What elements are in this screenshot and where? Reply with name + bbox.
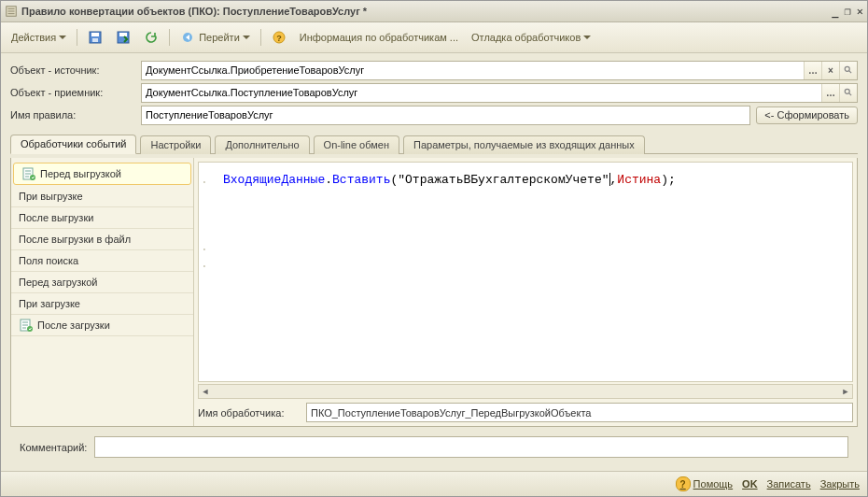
code-token-str: "ОтражатьВБухгалтерскомУчете" [398, 173, 609, 187]
code-token-obj: ВходящиеДанные [223, 173, 325, 187]
tab-handlers[interactable]: Обработчики событий [10, 135, 136, 154]
code-gutter: ... [201, 172, 208, 273]
tab-online[interactable]: On-line обмен [314, 135, 399, 154]
tab-advanced[interactable]: Дополнительно [215, 135, 309, 154]
event-item-label: Перед выгрузкой [40, 168, 121, 179]
svg-line-12 [849, 93, 852, 96]
source-row: Объект - источник: … × [10, 61, 858, 79]
text-caret [609, 173, 610, 186]
footer: ? Помощь OK Записать Закрыть [1, 471, 867, 496]
comment-label: Комментарий: [20, 442, 87, 453]
source-label: Объект - источник: [10, 64, 141, 76]
titlebar: Правило конвертации объектов (ПКО): Пост… [1, 1, 867, 22]
rulename-label: Имя правила: [10, 109, 141, 121]
source-clear-btn[interactable]: × [821, 62, 839, 79]
tab-settings[interactable]: Настройки [140, 135, 211, 154]
dest-row: Объект - приемник: … [10, 83, 858, 102]
event-item-label: После выгрузки в файл [19, 234, 131, 245]
maximize-button[interactable]: ❐ [845, 5, 851, 18]
code-token-close: ); [661, 173, 676, 187]
event-item-label: При выгрузке [19, 191, 83, 202]
save-close-icon-btn[interactable] [111, 27, 135, 48]
editor-panel: ... ВходящиеДанные.Вставить("ОтражатьВБу… [194, 158, 857, 426]
code-token-method: Вставить [332, 173, 390, 187]
help-icon: ? [676, 476, 691, 491]
code-token-dot: . [325, 173, 332, 187]
app-icon [5, 5, 18, 18]
tab-incoming-params[interactable]: Параметры, получаемые из входящих данных [403, 135, 645, 154]
svg-text:?: ? [276, 34, 282, 43]
dest-input-wrap: … [141, 83, 858, 103]
source-input[interactable] [142, 62, 804, 79]
tabs: Обработчики событий Настройки Дополнител… [10, 134, 858, 154]
event-item-label: После выгрузки [19, 212, 93, 223]
close-button[interactable]: Закрыть [820, 478, 860, 490]
scroll-right-icon[interactable]: ► [839, 386, 852, 397]
event-on-load[interactable]: При загрузке [11, 293, 193, 315]
event-item-label: Поля поиска [19, 255, 78, 266]
comment-input[interactable] [94, 436, 848, 458]
source-input-wrap: … × [141, 61, 858, 80]
svg-point-14 [30, 175, 35, 180]
window-title: Правило конвертации объектов (ПКО): Пост… [21, 6, 832, 17]
svg-point-16 [27, 326, 33, 332]
refresh-icon-btn[interactable] [139, 27, 163, 48]
source-ellipsis-btn[interactable]: … [804, 62, 821, 79]
form-area: Объект - источник: … × Объект - приемник… [1, 53, 867, 471]
handler-row: Имя обработчика: ПКО_ПоступлениеТоваровУ… [194, 403, 857, 426]
dest-ellipsis-btn[interactable]: … [821, 84, 839, 102]
code-token-kw: Истина [617, 173, 661, 187]
event-item-label: После загрузки [37, 320, 110, 331]
main-toolbar: Действия Перейти ? Информация по обработ… [1, 22, 867, 53]
dest-input[interactable] [142, 84, 821, 102]
horizontal-scrollbar[interactable]: ◄ ► [198, 384, 853, 399]
help-toolbar-btn[interactable]: ? [267, 27, 291, 48]
handler-label: Имя обработчика: [198, 407, 301, 419]
code-editor[interactable]: ... ВходящиеДанные.Вставить("ОтражатьВБу… [198, 162, 853, 382]
event-after-upload[interactable]: После выгрузки [11, 207, 193, 229]
svg-rect-3 [92, 38, 98, 42]
event-before-upload[interactable]: Перед выгрузкой [13, 163, 191, 185]
dest-open-btn[interactable] [839, 84, 857, 102]
event-list: Перед выгрузкой При выгрузке После выгру… [11, 158, 194, 426]
code-line: ВходящиеДанные.Вставить("ОтражатьВБухгал… [223, 172, 841, 189]
tab-content: Перед выгрузкой При выгрузке После выгру… [10, 158, 858, 427]
event-before-load[interactable]: Перед загрузкой [11, 272, 193, 293]
svg-rect-5 [119, 33, 127, 36]
handlers-info-link[interactable]: Информация по обработчикам ... [295, 27, 463, 48]
event-after-upload-file[interactable]: После выгрузки в файл [11, 229, 193, 250]
dest-label: Объект - приемник: [10, 87, 141, 98]
event-search-fields[interactable]: Поля поиска [11, 250, 193, 272]
save-button[interactable]: Записать [767, 478, 811, 490]
rulename-input[interactable] [142, 106, 749, 124]
window: Правило конвертации объектов (ПКО): Пост… [0, 0, 868, 497]
script-icon [21, 166, 36, 181]
close-window-button[interactable]: ✕ [857, 5, 863, 18]
event-item-label: При загрузке [19, 298, 80, 309]
rulename-input-wrap [141, 106, 750, 125]
generate-button[interactable]: <- Сформировать [756, 106, 858, 124]
ok-button[interactable]: OK [742, 478, 758, 490]
svg-rect-2 [91, 33, 99, 36]
svg-point-9 [845, 66, 849, 71]
handler-value[interactable]: ПКО_ПоступлениеТоваровУслуг_ПередВыгрузк… [306, 403, 853, 422]
event-item-label: Перед загрузкой [19, 277, 97, 288]
debug-handlers-menu[interactable]: Отладка обработчиков [467, 27, 595, 48]
minimize-button[interactable]: _ [832, 5, 838, 18]
scroll-left-icon[interactable]: ◄ [199, 386, 212, 397]
actions-menu[interactable]: Действия [7, 27, 71, 48]
source-open-btn[interactable] [839, 62, 857, 79]
event-after-load[interactable]: После загрузки [11, 315, 193, 336]
comment-row: Комментарий: [10, 431, 858, 463]
goto-menu[interactable]: Перейти [175, 27, 255, 48]
script-icon [19, 318, 34, 333]
save-icon-btn[interactable] [83, 27, 107, 48]
event-on-upload[interactable]: При выгрузке [11, 186, 193, 207]
svg-point-11 [845, 89, 849, 93]
rulename-row: Имя правила: <- Сформировать [10, 106, 858, 124]
help-button[interactable]: ? Помощь [676, 476, 734, 491]
svg-line-10 [849, 71, 852, 74]
